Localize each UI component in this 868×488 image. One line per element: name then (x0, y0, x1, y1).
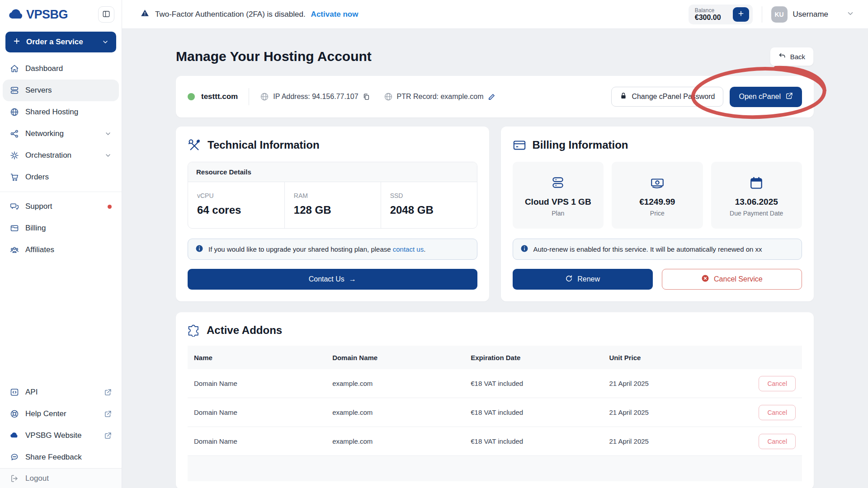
sidebar-item-help-center[interactable]: Help Center (3, 403, 119, 425)
sidebar-item-label: Dashboard (25, 64, 63, 73)
back-button[interactable]: Back (770, 47, 814, 66)
cloud-logo-icon (8, 8, 24, 21)
technical-information-card: Technical Information Resource Details v… (176, 127, 489, 301)
cell-name: Domain Name (194, 437, 332, 445)
username-label[interactable]: Username (793, 10, 828, 19)
domain-info-bar: testtt.com IP Address: 94.156.77.107 PT (176, 76, 814, 117)
add-balance-button[interactable] (733, 7, 749, 22)
sidebar-footer: API Help Center VPSBG Website (0, 381, 122, 488)
sidebar-item-billing[interactable]: Billing (3, 217, 119, 239)
cancel-addon-button[interactable]: Cancel (759, 376, 796, 391)
renew-button[interactable]: Renew (513, 269, 653, 290)
cancel-service-button[interactable]: Cancel Service (662, 269, 802, 290)
globe-icon (260, 92, 269, 101)
sidebar-item-label: VPSBG Website (25, 431, 81, 440)
table-row: Domain Name example.com €18 VAT included… (188, 398, 802, 427)
x-circle-icon (701, 274, 709, 284)
cart-icon (10, 173, 19, 182)
column-header-name: Name (194, 354, 332, 361)
back-label: Back (790, 53, 805, 61)
sidebar-item-shared-hosting[interactable]: Shared Hosting (3, 101, 119, 123)
cell-name: Domain Name (194, 408, 332, 416)
chevron-down-icon[interactable] (846, 9, 854, 19)
vpsbg-logo: VPSBG (8, 8, 68, 22)
cancel-addon-button[interactable]: Cancel (759, 434, 796, 449)
stat-value: 2048 GB (390, 204, 468, 216)
balance-pill: Balance €300.00 (689, 5, 753, 24)
sidebar-item-orders[interactable]: Orders (3, 166, 119, 188)
resource-details-header: Resource Details (188, 162, 477, 182)
billing-tile-price: €1249.99 Price (612, 162, 703, 229)
tools-icon (188, 138, 201, 152)
status-online-dot (188, 93, 195, 100)
order-a-service-button[interactable]: Order a Service (5, 32, 116, 52)
sidebar-item-share-feedback[interactable]: Share Feedback (3, 446, 119, 468)
renew-label: Renew (577, 275, 600, 283)
upgrade-note-text: If you would like to upgrade your shared… (208, 245, 425, 253)
avatar[interactable]: KU (771, 6, 788, 23)
puzzle-icon (188, 324, 200, 337)
addons-title: Active Addons (207, 324, 282, 337)
table-row: Domain Name example.com €18 VAT included… (188, 427, 802, 456)
domain-name: testtt.com (201, 92, 238, 101)
table-row: Domain Name example.com €18 VAT included… (188, 369, 802, 398)
refresh-icon (565, 275, 573, 284)
tile-label: Price (650, 210, 665, 217)
tile-label: Plan (552, 210, 564, 217)
cell-price: 21 April 2025 (609, 437, 723, 445)
stat-value: 64 cores (197, 204, 275, 216)
copy-icon[interactable] (363, 93, 370, 101)
sidebar-collapse-button[interactable] (98, 6, 114, 23)
contact-us-button[interactable]: Contact Us → (188, 269, 477, 290)
support-notification-dot (108, 205, 112, 209)
sidebar-item-servers[interactable]: Servers (3, 80, 119, 101)
logout-icon (10, 474, 19, 483)
tile-label: Due Payment Date (730, 210, 783, 217)
divider (249, 88, 249, 105)
back-arrow-icon (778, 52, 786, 61)
cancel-addon-button[interactable]: Cancel (759, 405, 796, 420)
sidebar-item-logout[interactable]: Logout (0, 468, 122, 488)
table-header-row: Name Domain Name Expiration Date Unit Pr… (188, 346, 802, 369)
stat-ram: RAM 128 GB (284, 182, 381, 228)
sidebar-item-dashboard[interactable]: Dashboard (3, 58, 119, 80)
edit-icon[interactable] (488, 93, 495, 101)
resource-details-box: Resource Details vCPU 64 cores RAM 128 G… (188, 162, 477, 229)
stat-label: RAM (294, 192, 372, 199)
page-title: Manage Your Hosting Account (176, 49, 372, 64)
calendar-icon (749, 175, 764, 191)
app-window: VPSBG Order a Service Dashboard (0, 0, 868, 488)
topbar: Two-Factor Authentication (2FA) is disab… (122, 0, 868, 29)
sidebar-item-support[interactable]: Support (3, 196, 119, 217)
contact-us-link[interactable]: contact us (393, 245, 424, 253)
sidebar-item-vpsbg-website[interactable]: VPSBG Website (3, 425, 119, 446)
sidebar-item-label: Networking (25, 129, 64, 138)
sidebar-item-label: Affiliates (25, 245, 54, 254)
sidebar-item-networking[interactable]: Networking (3, 123, 119, 145)
home-icon (10, 64, 19, 73)
plus-icon (737, 10, 745, 19)
ptr-record-text: PTR Record: example.com (397, 93, 484, 101)
sidebar-item-label: Help Center (25, 409, 66, 418)
column-header-unit-price: Unit Price (609, 354, 723, 361)
sidebar-item-affiliates[interactable]: Affiliates (3, 239, 119, 261)
change-cpanel-password-button[interactable]: Change cPanel Password (611, 87, 723, 107)
column-header-expiration: Expiration Date (471, 354, 609, 361)
active-addons-card: Active Addons Name Domain Name Expiratio… (176, 312, 814, 488)
sidebar-item-api[interactable]: API (3, 381, 119, 403)
globe-icon (10, 108, 19, 117)
external-link-icon (104, 389, 112, 396)
open-cpanel-button[interactable]: Open cPanel (730, 87, 802, 107)
sidebar-item-label: Support (25, 202, 52, 211)
sidebar-item-orchestration[interactable]: Orchestration (3, 145, 119, 166)
activate-2fa-link[interactable]: Activate now (311, 10, 359, 19)
warning-triangle-icon (140, 9, 150, 20)
external-link-icon (785, 92, 793, 102)
topbar-divider (762, 6, 762, 23)
cell-price: 21 April 2025 (609, 408, 723, 416)
billing-tile-plan: Cloud VPS 1 GB Plan (513, 162, 604, 229)
ip-address-text: IP Address: 94.156.77.107 (273, 93, 358, 101)
balance-label: Balance (695, 7, 721, 14)
change-password-label: Change cPanel Password (632, 93, 715, 101)
info-icon (195, 244, 203, 254)
